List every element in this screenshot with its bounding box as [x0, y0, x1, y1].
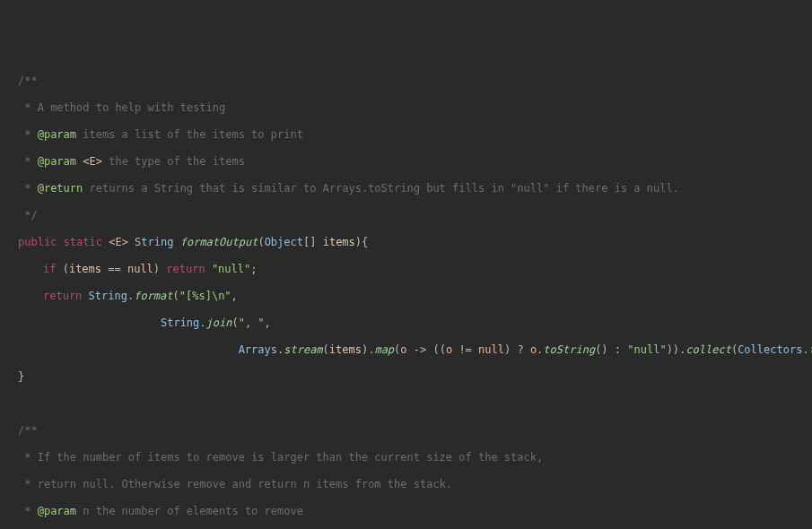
- type-string: String: [161, 317, 199, 329]
- method-call: collect: [685, 343, 731, 356]
- space: [82, 290, 88, 302]
- javadoc-text: return null. Otherwise remove and return…: [38, 478, 452, 490]
- javadoc-param-tag: @param: [38, 155, 76, 168]
- dot: .: [802, 343, 808, 356]
- code-line: return String.format("[%s]\n",: [0, 290, 812, 303]
- indent: [18, 343, 239, 356]
- method-call: toString: [543, 343, 595, 356]
- keyword-static: static: [64, 236, 102, 248]
- paren: (: [231, 317, 238, 329]
- blank-line: [0, 397, 812, 411]
- lambda-arrow: -> ((: [407, 343, 446, 356]
- comment-line: * @param n the number of elements to rem…: [0, 505, 812, 518]
- keyword-if: if: [43, 263, 56, 275]
- string-literal: "null": [205, 263, 251, 275]
- string-literal: "[%s]\n": [179, 290, 231, 302]
- code-editor: /** * A method to help with testing * @p…: [0, 54, 812, 529]
- indent: [18, 317, 161, 329]
- javadoc-text: returns a String that is similar to Arra…: [83, 182, 679, 195]
- paren: (: [56, 263, 68, 275]
- javadoc-star: *: [18, 155, 38, 168]
- array-brackets: []: [303, 236, 323, 248]
- comment-line: * return null. Otherwise remove and retu…: [0, 478, 812, 491]
- semicolon: ;: [250, 263, 257, 275]
- javadoc-star: *: [18, 128, 38, 141]
- method-signature: public static <E> String formatOutput(Ob…: [0, 236, 812, 249]
- comment-line: /**: [0, 74, 812, 88]
- comment-line: * A method to help with testing: [0, 101, 812, 115]
- keyword-null: null: [478, 343, 504, 356]
- javadoc-open: /**: [18, 74, 38, 87]
- type-collectors: Collectors: [738, 343, 802, 356]
- dot: .: [199, 317, 205, 329]
- keyword-return: return: [166, 263, 205, 275]
- javadoc-return-tag: @return: [38, 182, 83, 195]
- javadoc-star: *: [18, 182, 38, 195]
- javadoc-star: *: [18, 451, 38, 464]
- comment-line: * @return returns a String that is simil…: [0, 182, 812, 195]
- method-call: format: [134, 290, 172, 302]
- brace: }: [18, 370, 24, 383]
- keyword-return: return: [43, 290, 82, 302]
- method-name: formatOutput: [180, 236, 258, 248]
- javadoc-star: *: [18, 478, 38, 490]
- comment-line: * @param <E> the type of the items: [0, 155, 812, 169]
- comma: ,: [265, 317, 271, 329]
- paren-dot: )).: [667, 343, 686, 356]
- javadoc-star: *: [18, 505, 38, 517]
- javadoc-text: items a list of the items to print: [76, 128, 303, 141]
- keyword-null: null: [127, 263, 153, 275]
- identifier: items: [329, 343, 362, 356]
- generic-type: <E>: [109, 236, 128, 248]
- paren: ): [153, 263, 166, 275]
- javadoc-open: /**: [18, 424, 38, 437]
- param-type: Object: [265, 236, 303, 248]
- comment-line: */: [0, 209, 812, 222]
- paren: (: [323, 343, 329, 356]
- string-literal: ", ": [239, 317, 265, 329]
- method-call-partial: to: [809, 343, 812, 356]
- operator-ne: !=: [452, 343, 478, 356]
- type-string: String: [89, 290, 127, 302]
- lambda-param: o: [400, 343, 406, 356]
- comma: ,: [231, 290, 238, 302]
- javadoc-text: the type of the items: [102, 155, 245, 168]
- close-brace: }: [0, 370, 812, 384]
- comment-line: /**: [0, 424, 812, 438]
- javadoc-generic: <E>: [76, 155, 102, 168]
- javadoc-star: *: [18, 101, 38, 114]
- keyword-public: public: [18, 236, 57, 248]
- code-line: String.join(", ",: [0, 317, 812, 330]
- string-literal: "null": [627, 343, 666, 356]
- javadoc-close: */: [18, 209, 38, 221]
- method-call: map: [374, 343, 394, 356]
- javadoc-text: A method to help with testing: [38, 101, 226, 114]
- code-line: Arrays.stream(items).map(o -> ((o != nul…: [0, 343, 812, 357]
- paren: (: [173, 290, 179, 302]
- paren-brace: ){: [355, 236, 368, 248]
- comment-line: * If the number of items to remove is la…: [0, 451, 812, 464]
- method-call: stream: [284, 343, 322, 356]
- ternary: ) ?: [504, 343, 530, 356]
- paren: (: [258, 236, 264, 248]
- operator-eq: ==: [101, 263, 127, 275]
- javadoc-param-tag: @param: [38, 505, 76, 517]
- method-call: join: [206, 317, 232, 329]
- javadoc-text: If the number of items to remove is larg…: [38, 451, 544, 464]
- javadoc-text: n the number of elements to remove: [76, 505, 303, 517]
- ternary-colon: () :: [595, 343, 627, 356]
- paren-dot: ).: [362, 343, 374, 356]
- param-name: items: [323, 236, 355, 248]
- comment-line: * @param items a list of the items to pr…: [0, 128, 812, 142]
- code-line: if (items == null) return "null";: [0, 263, 812, 276]
- javadoc-param-tag: @param: [38, 128, 76, 141]
- type-arrays: Arrays: [239, 343, 277, 356]
- return-type: String: [135, 236, 173, 248]
- identifier: items: [69, 263, 101, 275]
